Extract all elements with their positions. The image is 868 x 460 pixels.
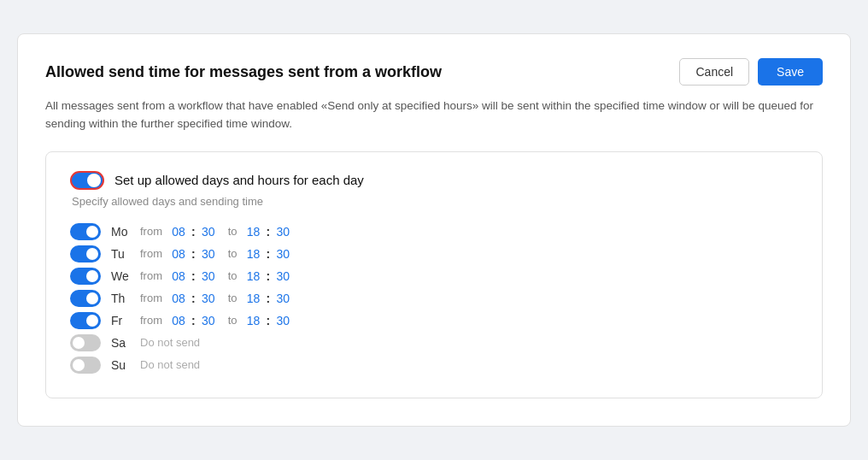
- day-row-mo: Mo from 08 : 30 to 18 : 30: [70, 223, 798, 240]
- day-name-th: Th: [111, 292, 135, 305]
- cancel-button[interactable]: Cancel: [679, 58, 749, 86]
- day-toggle-knob: [86, 248, 98, 260]
- to-label: to: [228, 269, 238, 282]
- day-toggle-th[interactable]: [70, 290, 101, 307]
- to-hour[interactable]: 18: [244, 225, 263, 239]
- description-text: All messages sent from a workflow that h…: [45, 97, 823, 133]
- sub-label: Specify allowed days and sending time: [72, 195, 798, 208]
- day-toggle-knob: [86, 292, 98, 304]
- day-row-fr: Fr from 08 : 30 to 18 : 30: [70, 312, 798, 329]
- to-label: to: [228, 247, 238, 260]
- day-toggle-we[interactable]: [70, 268, 101, 285]
- day-toggle-knob: [73, 359, 85, 371]
- from-label: from: [140, 269, 162, 282]
- page-wrapper: Allowed send time for messages sent from…: [17, 33, 851, 427]
- settings-card: Set up allowed days and hours for each d…: [45, 151, 823, 398]
- do-not-send-sa: Do not send: [140, 336, 200, 349]
- from-label: from: [140, 314, 162, 327]
- day-name-su: Su: [111, 358, 135, 372]
- from-hour[interactable]: 08: [169, 247, 188, 261]
- day-toggle-sa[interactable]: [70, 334, 101, 351]
- day-toggle-knob: [86, 270, 98, 282]
- from-hour[interactable]: 08: [169, 292, 188, 305]
- to-min[interactable]: 30: [273, 247, 292, 261]
- time-section-tu: from 08 : 30 to 18 : 30: [140, 247, 292, 261]
- header-row: Allowed send time for messages sent from…: [45, 58, 823, 86]
- from-min[interactable]: 30: [199, 269, 218, 283]
- day-toggle-su[interactable]: [70, 357, 101, 374]
- main-toggle-label: Set up allowed days and hours for each d…: [114, 173, 364, 187]
- day-toggle-fr[interactable]: [70, 312, 101, 329]
- day-row-sa: SaDo not send: [70, 334, 798, 351]
- day-name-fr: Fr: [111, 314, 135, 327]
- to-min[interactable]: 30: [273, 225, 292, 239]
- day-toggle-mo[interactable]: [70, 223, 101, 240]
- from-min[interactable]: 30: [199, 247, 218, 261]
- day-name-we: We: [111, 269, 135, 283]
- time-section-we: from 08 : 30 to 18 : 30: [140, 269, 292, 283]
- day-row-tu: Tu from 08 : 30 to 18 : 30: [70, 245, 798, 262]
- to-label: to: [228, 225, 238, 238]
- time-section-fr: from 08 : 30 to 18 : 30: [140, 314, 292, 327]
- to-hour[interactable]: 18: [244, 314, 263, 327]
- to-hour[interactable]: 18: [244, 292, 263, 305]
- day-toggle-knob: [86, 315, 98, 327]
- day-toggle-tu[interactable]: [70, 245, 101, 262]
- from-hour[interactable]: 08: [169, 269, 188, 283]
- page-title: Allowed send time for messages sent from…: [45, 63, 442, 81]
- day-row-su: SuDo not send: [70, 357, 798, 374]
- day-toggle-knob: [73, 337, 85, 349]
- header-actions: Cancel Save: [679, 58, 823, 86]
- day-row-we: We from 08 : 30 to 18 : 30: [70, 268, 798, 285]
- to-min[interactable]: 30: [273, 314, 292, 327]
- day-row-th: Th from 08 : 30 to 18 : 30: [70, 290, 798, 307]
- from-label: from: [140, 247, 162, 260]
- to-hour[interactable]: 18: [244, 247, 263, 261]
- main-toggle-knob: [87, 174, 101, 187]
- from-label: from: [140, 225, 162, 238]
- from-min[interactable]: 30: [199, 314, 218, 327]
- to-min[interactable]: 30: [273, 269, 292, 283]
- from-hour[interactable]: 08: [169, 225, 188, 239]
- to-label: to: [228, 292, 238, 304]
- main-toggle[interactable]: [70, 171, 104, 190]
- day-name-mo: Mo: [111, 225, 135, 239]
- main-toggle-row: Set up allowed days and hours for each d…: [70, 171, 798, 190]
- from-hour[interactable]: 08: [169, 314, 188, 327]
- time-section-th: from 08 : 30 to 18 : 30: [140, 292, 292, 305]
- do-not-send-su: Do not send: [140, 358, 200, 371]
- day-name-tu: Tu: [111, 247, 135, 261]
- to-hour[interactable]: 18: [244, 269, 263, 283]
- day-name-sa: Sa: [111, 336, 135, 350]
- from-min[interactable]: 30: [199, 292, 218, 305]
- to-label: to: [228, 314, 238, 327]
- days-table: Mo from 08 : 30 to 18 : 30 Tu from 08 : …: [70, 223, 798, 374]
- to-min[interactable]: 30: [273, 292, 292, 305]
- day-toggle-knob: [86, 226, 98, 238]
- from-min[interactable]: 30: [199, 225, 218, 239]
- from-label: from: [140, 292, 162, 304]
- time-section-mo: from 08 : 30 to 18 : 30: [140, 225, 292, 239]
- save-button[interactable]: Save: [758, 58, 823, 86]
